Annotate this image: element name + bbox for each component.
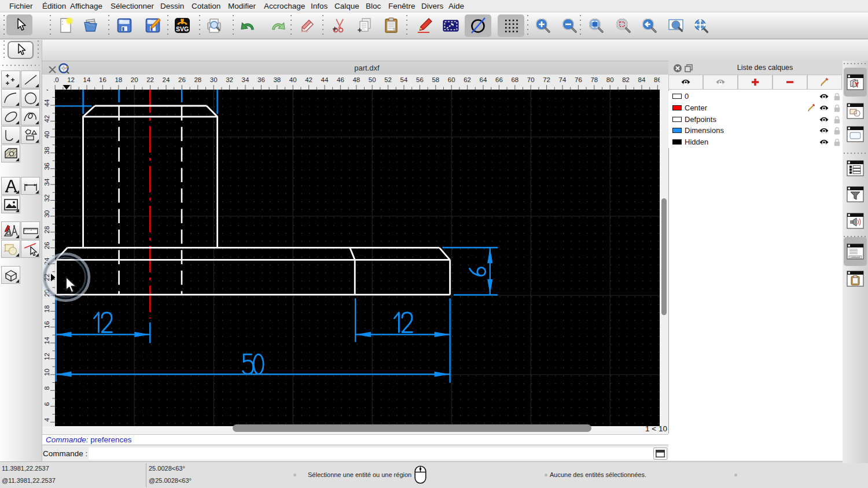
svg-text:72: 72 xyxy=(543,76,550,83)
svg-text:32: 32 xyxy=(43,194,50,202)
svg-text:4: 4 xyxy=(43,417,50,422)
svg-text:30: 30 xyxy=(43,210,50,218)
svg-text:34: 34 xyxy=(43,178,50,186)
svg-text:42: 42 xyxy=(43,115,50,123)
svg-text:58: 58 xyxy=(432,76,439,83)
svg-text:22: 22 xyxy=(43,273,50,281)
svg-text:18: 18 xyxy=(43,305,50,313)
svg-text:12: 12 xyxy=(43,353,50,360)
svg-text:24: 24 xyxy=(43,257,50,265)
svg-text:82: 82 xyxy=(622,76,630,83)
svg-text:10: 10 xyxy=(43,369,50,376)
svg-text:62: 62 xyxy=(464,76,471,83)
svg-text:18: 18 xyxy=(115,76,122,83)
svg-text:12: 12 xyxy=(67,76,75,83)
svg-text:16: 16 xyxy=(99,76,106,83)
svg-text:30: 30 xyxy=(210,76,218,83)
svg-text:40: 40 xyxy=(289,76,297,83)
svg-text:26: 26 xyxy=(178,76,186,83)
svg-text:36: 36 xyxy=(258,76,265,83)
svg-text:54: 54 xyxy=(400,76,408,83)
svg-text:16: 16 xyxy=(43,321,50,328)
svg-text:20: 20 xyxy=(43,290,50,297)
svg-text:24: 24 xyxy=(163,76,170,83)
svg-text:44: 44 xyxy=(321,76,329,83)
svg-text:48: 48 xyxy=(352,76,360,83)
svg-text:50: 50 xyxy=(369,76,376,83)
svg-text:28: 28 xyxy=(43,226,50,234)
svg-text:84: 84 xyxy=(638,76,646,83)
svg-text:36: 36 xyxy=(43,162,50,170)
svg-text:10: 10 xyxy=(54,76,59,83)
svg-text:8: 8 xyxy=(43,386,50,390)
svg-text:76: 76 xyxy=(575,76,582,83)
svg-text:80: 80 xyxy=(606,76,614,83)
svg-text:14: 14 xyxy=(43,337,50,344)
svg-text:SVG: SVG xyxy=(176,25,189,32)
svg-text:38: 38 xyxy=(273,76,281,83)
svg-text:52: 52 xyxy=(384,76,392,83)
svg-text:38: 38 xyxy=(43,147,50,154)
svg-text:46: 46 xyxy=(337,76,344,83)
svg-text:22: 22 xyxy=(146,76,154,83)
svg-text:42: 42 xyxy=(305,76,312,83)
svg-text:20: 20 xyxy=(131,76,138,83)
svg-text:86: 86 xyxy=(654,76,660,83)
svg-text:40: 40 xyxy=(43,131,50,139)
svg-text:44: 44 xyxy=(43,99,50,106)
svg-text:74: 74 xyxy=(559,76,567,83)
svg-text:26: 26 xyxy=(43,242,50,249)
svg-text:60: 60 xyxy=(448,76,455,83)
svg-text:34: 34 xyxy=(242,76,249,83)
svg-text:32: 32 xyxy=(226,76,233,83)
svg-text:70: 70 xyxy=(527,76,535,83)
svg-text:28: 28 xyxy=(194,76,201,83)
svg-text:56: 56 xyxy=(416,76,424,83)
svg-text:66: 66 xyxy=(495,76,503,83)
svg-text:68: 68 xyxy=(511,76,518,83)
svg-text:78: 78 xyxy=(590,76,598,83)
svg-text:command: command xyxy=(851,256,860,258)
svg-text:64: 64 xyxy=(480,76,487,83)
svg-text:14: 14 xyxy=(83,76,91,83)
svg-text:46: 46 xyxy=(43,90,50,91)
svg-text:6: 6 xyxy=(43,402,50,405)
